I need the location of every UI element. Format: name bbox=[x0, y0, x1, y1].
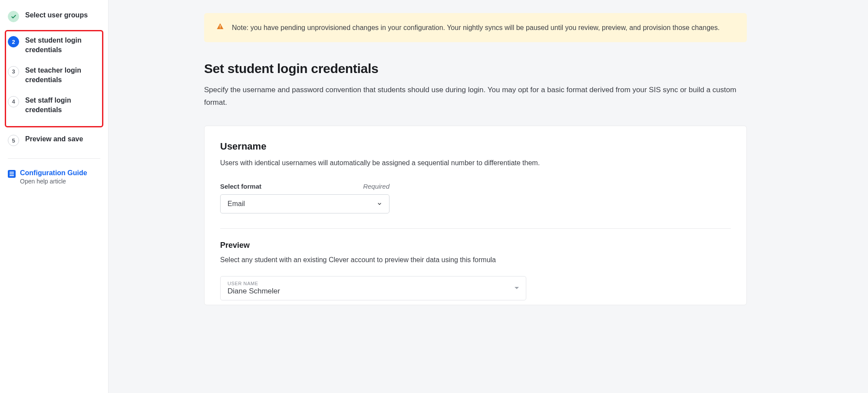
highlight-annotation: 2 Set student login credentials 3 Set te… bbox=[5, 30, 103, 127]
step-label: Select user groups bbox=[25, 10, 88, 20]
username-section-description: Users with identical usernames will auto… bbox=[220, 157, 731, 169]
format-label: Select format bbox=[220, 183, 261, 190]
step-number-icon: 2 bbox=[8, 36, 19, 47]
step-select-user-groups[interactable]: Select user groups bbox=[8, 10, 100, 22]
warning-icon bbox=[216, 23, 224, 33]
preview-user-dropdown[interactable]: USER NAME Diane Schmeler bbox=[220, 276, 526, 300]
divider bbox=[220, 228, 731, 229]
step-label: Set teacher login credentials bbox=[25, 66, 100, 85]
step-set-staff-login[interactable]: 4 Set staff login credentials bbox=[8, 96, 100, 115]
required-indicator: Required bbox=[363, 183, 389, 190]
step-number-icon: 4 bbox=[8, 96, 19, 107]
config-guide-subtitle: Open help article bbox=[20, 178, 87, 185]
document-icon bbox=[8, 170, 16, 178]
divider bbox=[8, 158, 100, 159]
credentials-card: Username Users with identical usernames … bbox=[204, 126, 747, 305]
main-content: Note: you have pending unprovisioned cha… bbox=[109, 0, 786, 393]
page-title: Set student login credentials bbox=[204, 61, 747, 76]
field-header: Select format Required bbox=[220, 183, 389, 190]
sidebar: Select user groups 2 Set student login c… bbox=[0, 0, 109, 393]
alert-text: Note: you have pending unprovisioned cha… bbox=[232, 22, 719, 33]
select-value: Email bbox=[228, 200, 245, 208]
preview-select-value: Diane Schmeler bbox=[228, 287, 280, 296]
check-icon bbox=[8, 11, 19, 22]
chevron-down-icon bbox=[377, 201, 382, 206]
step-preview-and-save[interactable]: 5 Preview and save bbox=[8, 134, 100, 146]
preview-section-description: Select any student with an existing Clev… bbox=[220, 256, 731, 264]
configuration-guide-link[interactable]: Configuration Guide Open help article bbox=[8, 169, 100, 185]
step-number-icon: 3 bbox=[8, 66, 19, 77]
svg-rect-1 bbox=[220, 28, 221, 29]
step-set-teacher-login[interactable]: 3 Set teacher login credentials bbox=[8, 66, 100, 85]
select-format-dropdown[interactable]: Email bbox=[220, 194, 389, 213]
step-label: Set staff login credentials bbox=[25, 96, 100, 115]
step-label: Preview and save bbox=[25, 134, 83, 144]
page-description: Specify the username and password conven… bbox=[204, 84, 747, 109]
step-label: Set student login credentials bbox=[25, 36, 100, 55]
svg-rect-0 bbox=[220, 25, 221, 27]
preview-section-title: Preview bbox=[220, 241, 731, 250]
step-number-icon: 5 bbox=[8, 135, 19, 146]
preview-select-label: USER NAME bbox=[228, 281, 280, 286]
step-set-student-login[interactable]: 2 Set student login credentials bbox=[8, 36, 100, 55]
config-guide-title: Configuration Guide bbox=[20, 169, 87, 177]
username-section-title: Username bbox=[220, 141, 731, 152]
warning-alert: Note: you have pending unprovisioned cha… bbox=[204, 13, 747, 42]
triangle-down-icon bbox=[515, 287, 519, 289]
